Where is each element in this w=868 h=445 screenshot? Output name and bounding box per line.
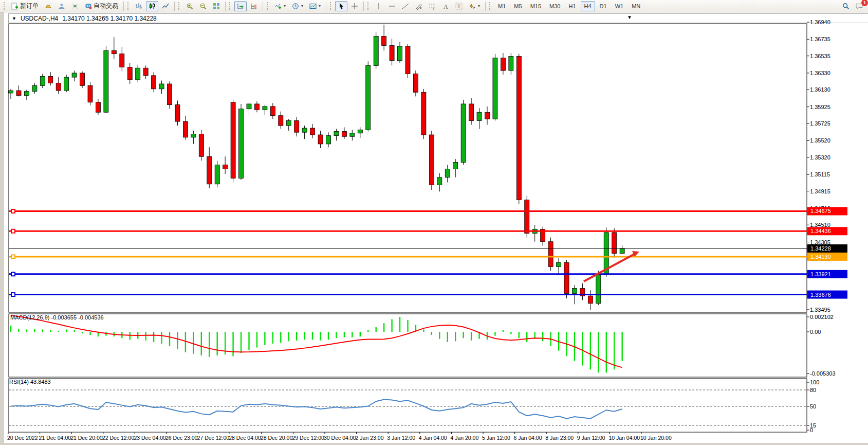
rsi-tick-label: 0 (810, 427, 813, 433)
candle-body (40, 76, 45, 85)
bar-chart-button[interactable] (133, 1, 145, 11)
toolbar-drag-handle[interactable] (267, 2, 270, 10)
timeframe-w1[interactable]: W1 (612, 1, 627, 11)
timeframe-m15[interactable]: M15 (527, 1, 545, 11)
date-label: 6 Jan 04:00 (514, 435, 542, 441)
toolbar-separator (174, 2, 175, 11)
search-button[interactable] (840, 1, 852, 11)
chevron-down-icon[interactable]: ▾ (478, 4, 480, 8)
candle-body (168, 84, 172, 105)
auto-scroll-button[interactable] (234, 1, 247, 11)
new-order-button[interactable]: 新订单 (9, 1, 41, 11)
candle-body (80, 73, 85, 85)
chevron-down-icon[interactable]: ▾ (284, 4, 286, 8)
line-anchor-marker[interactable] (11, 255, 15, 258)
toolbar-group: ▾▾▾ (271, 0, 324, 12)
date-label: 10 Jan 04:00 (608, 435, 640, 441)
chevron-down-icon[interactable]: ▾ (301, 4, 303, 8)
text-button[interactable]: A (439, 1, 452, 11)
timeframe-m1[interactable]: M1 (494, 1, 509, 11)
date-label: 8 Jan 23:00 (545, 435, 574, 441)
candle-body (572, 289, 577, 294)
tile-windows-button[interactable] (210, 1, 223, 11)
shapes-icon (469, 3, 476, 10)
candle-body (9, 91, 13, 93)
date-label: 21 Dec 20:00 (70, 435, 103, 441)
toolbar-drag-handle[interactable] (4, 2, 7, 10)
toolbar-drag-handle[interactable] (367, 2, 371, 10)
text-label-button[interactable]: T (453, 1, 465, 11)
line-anchor-marker[interactable] (11, 293, 15, 296)
candle-body (294, 120, 299, 132)
timeframe-m5[interactable]: M5 (510, 1, 525, 11)
trendline-button[interactable] (399, 1, 412, 11)
zoomin-icon (186, 3, 193, 10)
candle-body (461, 104, 466, 163)
chevron-down-icon[interactable]: ▾ (319, 4, 321, 8)
candle-body (24, 92, 29, 96)
textT-icon: T (455, 3, 463, 10)
chart-shift-button[interactable] (248, 1, 260, 11)
line-anchor-marker[interactable] (11, 229, 15, 233)
line-anchor-marker[interactable] (11, 272, 15, 276)
gold-bar-icon[interactable] (42, 1, 54, 11)
candle-body (366, 65, 371, 130)
toolbar-drag-handle[interactable] (330, 2, 333, 10)
chat-button[interactable]: 1 (853, 1, 865, 11)
robot-icon (85, 3, 92, 10)
rsi-pane[interactable] (9, 379, 807, 432)
periods-button[interactable]: ▾ (289, 1, 306, 11)
arrows-button[interactable]: ▾ (466, 1, 483, 11)
timeframe-mn[interactable]: MN (628, 1, 644, 11)
candle-body (525, 200, 529, 234)
macd-tick-label: 0.002102 (810, 314, 834, 320)
price-chip-label: 1.34675 (810, 208, 831, 214)
user-chart-icon[interactable] (56, 1, 68, 11)
candle-body (445, 169, 450, 177)
line-anchor-marker[interactable] (11, 209, 15, 213)
timeframe-d1[interactable]: D1 (596, 1, 611, 11)
channel-button[interactable]: E (413, 1, 425, 11)
candle-body (72, 73, 77, 77)
crosshair-button[interactable] (348, 1, 361, 11)
cursor-button[interactable] (335, 1, 347, 11)
candle-body (334, 132, 339, 136)
fibo-icon: F (429, 3, 436, 10)
timeframe-h4[interactable]: H4 (581, 1, 595, 11)
clock-icon (292, 3, 299, 10)
candle-body (421, 92, 426, 135)
date-label: 30 Dec 04:00 (324, 435, 356, 441)
template-button[interactable]: ▾ (307, 1, 323, 11)
candle-body (437, 177, 442, 185)
candle-body (127, 67, 132, 80)
toolbar-drag-handle[interactable] (178, 2, 181, 10)
horizontal-line-button[interactable] (386, 1, 398, 11)
zoom-in-button[interactable] (183, 1, 196, 11)
button-label: 新订单 (20, 2, 39, 10)
candle-body (557, 262, 561, 266)
zoom-out-button[interactable] (197, 1, 209, 11)
add-indicator-button[interactable]: ▾ (272, 1, 288, 11)
candle-body (104, 50, 108, 112)
date-label: 26 Dec 23:00 (165, 435, 198, 441)
signal-icon[interactable] (69, 1, 81, 11)
line-chart-button[interactable] (159, 1, 172, 11)
toolbar-drag-handle[interactable] (229, 2, 232, 10)
candlestick-button[interactable] (146, 1, 158, 11)
timeframe-m30[interactable]: M30 (546, 1, 564, 11)
toolbar-drag-handle[interactable] (127, 2, 131, 10)
price-chart[interactable]: 1.369401.367351.365351.363301.361301.359… (4, 12, 868, 445)
candle-body (199, 134, 204, 156)
crosshair-icon (351, 3, 358, 10)
date-label: 28 Dec 20:00 (261, 435, 293, 441)
toolbar-drag-handle[interactable] (489, 2, 492, 10)
hline-icon (389, 3, 396, 10)
rsi-indicator-label: RSI(14) 43.8483 (9, 379, 51, 385)
vertical-line-button[interactable] (373, 1, 385, 11)
chart-window[interactable]: ▼ USDCAD-,H4 1.34170 1.34265 1.34170 1.3… (0, 12, 868, 445)
autotrading-button[interactable]: 自动交易 (82, 1, 121, 11)
price-tick-label: 1.35115 (810, 171, 830, 177)
fibonacci-button[interactable]: F (426, 1, 438, 11)
candle-body (215, 165, 219, 184)
timeframe-h1[interactable]: H1 (565, 1, 579, 11)
